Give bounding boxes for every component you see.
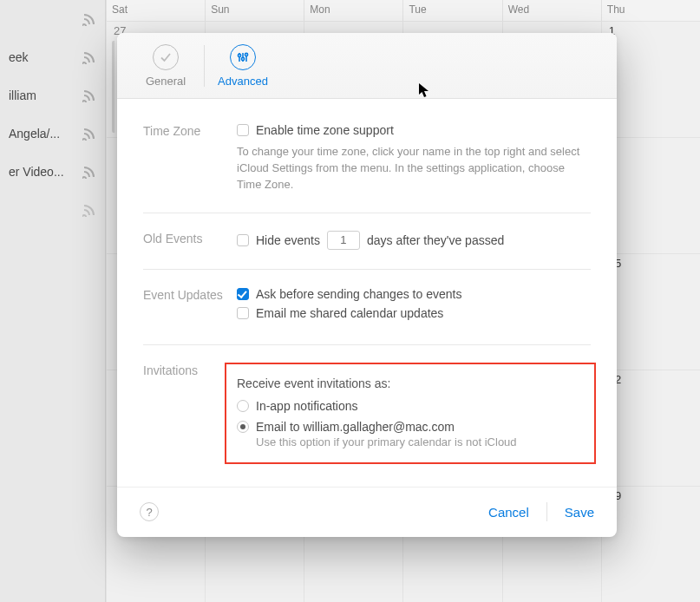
checkbox-email-updates[interactable]: [237, 307, 249, 319]
svg-point-1: [238, 54, 240, 56]
cancel-button[interactable]: Cancel: [488, 505, 529, 520]
section-timezone: Time Zone Enable time zone support To ch…: [143, 123, 591, 213]
section-invitations: Invitations Receive event invitations as…: [143, 363, 591, 464]
field-label: days after they've passed: [367, 233, 504, 247]
sliders-icon: [230, 44, 256, 70]
radio-label: In-app notifications: [256, 399, 358, 413]
section-label: Old Events: [143, 231, 237, 250]
section-description: To change your time zone, click your nam…: [237, 144, 591, 193]
separator: [546, 502, 547, 521]
tab-label: General: [146, 75, 186, 88]
modal-footer: ? Cancel Save: [117, 487, 617, 537]
svg-point-3: [241, 57, 244, 60]
radio-label: Email to william.gallagher@mac.com: [256, 420, 455, 434]
section-event-updates: Event Updates Ask before sending changes…: [143, 287, 591, 345]
checkbox-label: Email me shared calendar updates: [256, 306, 443, 320]
checkbox-label: Ask before sending changes to events: [256, 287, 461, 301]
checkbox-hide-events[interactable]: [237, 234, 249, 246]
checkbox-timezone[interactable]: [237, 124, 249, 136]
highlight-box: Receive event invitations as: In-app not…: [225, 363, 596, 464]
radio-email[interactable]: [237, 421, 249, 433]
checkbox-label: Enable time zone support: [256, 123, 394, 137]
svg-point-5: [245, 53, 247, 56]
save-button[interactable]: Save: [565, 505, 594, 520]
field-label: Hide events: [256, 233, 320, 247]
tab-advanced[interactable]: Advanced: [213, 44, 272, 88]
section-old-events: Old Events Hide events days after they'v…: [143, 231, 591, 270]
tab-bar: General Advanced: [117, 33, 617, 99]
section-label: Invitations: [143, 363, 237, 464]
section-label: Time Zone: [143, 123, 237, 193]
group-heading: Receive event invitations as:: [237, 376, 582, 390]
tab-separator: [204, 45, 205, 87]
tab-label: Advanced: [218, 75, 268, 88]
checkmark-icon: [153, 44, 179, 70]
help-button[interactable]: ?: [140, 502, 159, 521]
days-input[interactable]: [327, 231, 360, 250]
radio-note: Use this option if your primary calendar…: [256, 435, 582, 448]
checkbox-ask-before-sending[interactable]: [237, 288, 249, 300]
preferences-modal: General Advanced Time Zone: [117, 33, 617, 537]
section-label: Event Updates: [143, 287, 237, 325]
tab-general[interactable]: General: [136, 44, 195, 88]
modal-body: Time Zone Enable time zone support To ch…: [117, 99, 617, 471]
radio-in-app[interactable]: [237, 400, 249, 412]
